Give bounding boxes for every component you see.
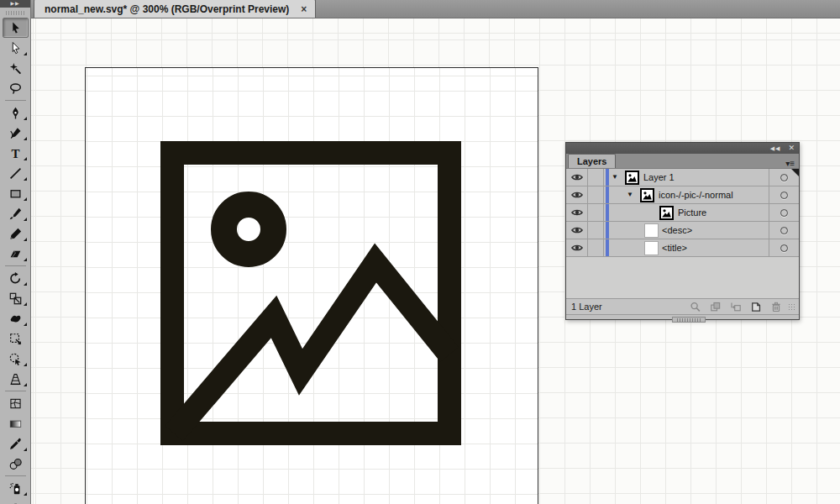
visibility-toggle[interactable] <box>566 169 588 186</box>
lock-cell[interactable] <box>588 239 604 256</box>
flyout-corner-icon <box>24 238 27 241</box>
layer-row-content[interactable]: <title> <box>604 239 769 256</box>
rotate-tool[interactable] <box>0 268 31 288</box>
gradient-tool[interactable] <box>0 413 31 433</box>
pencil-tool[interactable] <box>0 223 31 244</box>
layer-label: <title> <box>662 243 687 253</box>
target-circle-icon[interactable] <box>780 227 788 234</box>
layer-row[interactable]: ▼Layer 1 <box>566 169 799 186</box>
lock-cell[interactable] <box>588 186 604 203</box>
scale-tool[interactable] <box>0 288 31 308</box>
picture-icon-artwork[interactable] <box>160 141 461 445</box>
magic-wand-tool[interactable] <box>0 58 31 78</box>
line-segment-tool[interactable] <box>0 163 31 183</box>
direct-selection-tool[interactable] <box>0 38 31 58</box>
visibility-toggle[interactable] <box>566 239 588 256</box>
rectangle-tool[interactable] <box>0 183 31 203</box>
blend-tool[interactable] <box>0 454 31 474</box>
type-tool[interactable]: T <box>0 143 31 163</box>
visibility-toggle[interactable] <box>566 204 588 221</box>
tab-layers[interactable]: Layers <box>568 154 616 168</box>
tools-panel-header[interactable]: ▶▶ <box>0 0 30 8</box>
lock-cell[interactable] <box>588 204 604 221</box>
locate-object-button[interactable] <box>689 301 701 312</box>
create-new-layer-button[interactable] <box>749 301 762 312</box>
target-cell[interactable] <box>769 204 799 221</box>
layer-row[interactable]: Picture <box>566 204 799 222</box>
layer-row-content[interactable]: Picture <box>604 204 769 221</box>
eye-icon <box>571 226 583 234</box>
perspective-grid-tool[interactable] <box>0 369 31 389</box>
lasso-tool-icon <box>9 82 22 95</box>
layer-row[interactable]: <title> <box>566 239 799 257</box>
collapse-panel-icon[interactable]: ▶▶ <box>10 1 19 6</box>
target-cell[interactable] <box>769 186 799 203</box>
layer-row-content[interactable]: <desc> <box>604 222 769 239</box>
flyout-corner-icon <box>24 137 27 140</box>
selection-bar <box>606 169 609 186</box>
flyout-corner-icon <box>24 258 27 261</box>
document-tab-title: normal_new.svg* @ 300% (RGB/Overprint Pr… <box>45 3 289 15</box>
disclosure-triangle-icon[interactable]: ▼ <box>627 192 637 198</box>
scale-tool-icon <box>9 292 22 305</box>
mesh-tool[interactable] <box>0 393 31 413</box>
shape-builder-tool[interactable] <box>0 349 31 369</box>
eraser-tool[interactable] <box>0 244 31 264</box>
curvature-tool[interactable] <box>0 123 31 143</box>
paintbrush-tool[interactable] <box>0 203 31 223</box>
pen-tool[interactable] <box>0 102 31 123</box>
selection-tool[interactable] <box>3 18 29 38</box>
document-tab[interactable]: normal_new.svg* @ 300% (RGB/Overprint Pr… <box>34 0 316 18</box>
layer-row[interactable]: ▼icon-/-pic-/-normal <box>566 186 799 204</box>
layers-panel: ◀◀ ✕ Layers ▾≡ ▼Layer 1▼icon-/-pic-/-nor… <box>565 142 800 320</box>
blank-swatch <box>645 242 658 255</box>
panel-drag-grip[interactable] <box>672 317 706 323</box>
target-circle-icon[interactable] <box>780 244 788 252</box>
tab-close-icon[interactable]: × <box>301 4 307 14</box>
lasso-tool[interactable] <box>0 78 31 98</box>
target-circle-icon[interactable] <box>780 174 788 181</box>
create-new-sublayer-button[interactable] <box>729 301 742 312</box>
layer-row-content[interactable]: ▼Layer 1 <box>604 169 769 186</box>
selection-bar <box>606 186 609 203</box>
target-cell[interactable] <box>769 222 799 239</box>
selection-bar <box>606 222 609 239</box>
eyedropper-tool[interactable] <box>0 433 31 454</box>
layer-row-content[interactable]: ▼icon-/-pic-/-normal <box>604 186 769 203</box>
tools-panel-grip[interactable] <box>0 8 30 18</box>
column-graph-tool[interactable] <box>0 498 31 504</box>
visibility-toggle[interactable] <box>566 222 588 239</box>
symbol-sprayer-tool[interactable] <box>0 478 31 498</box>
flyout-corner-icon <box>24 363 27 366</box>
curvature-tool-icon <box>9 127 22 139</box>
delete-selection-button[interactable] <box>769 301 782 312</box>
flyout-corner-icon <box>24 177 27 181</box>
target-circle-icon[interactable] <box>780 192 788 199</box>
disclosure-triangle-icon[interactable]: ▼ <box>612 174 622 181</box>
panel-menu-icon[interactable]: ▾≡ <box>785 160 799 168</box>
panel-close-icon[interactable]: ✕ <box>788 144 795 152</box>
visibility-toggle[interactable] <box>566 186 588 203</box>
lock-cell[interactable] <box>588 222 604 239</box>
width-tool[interactable] <box>0 308 31 328</box>
eraser-tool-icon <box>9 248 22 260</box>
collapse-to-icons-icon[interactable]: ◀◀ <box>770 145 781 151</box>
target-cell[interactable] <box>769 239 799 256</box>
flyout-corner-icon <box>24 323 27 326</box>
layers-empty-area[interactable] <box>566 257 799 298</box>
panel-resize-grip-icon[interactable] <box>788 303 795 311</box>
layers-panel-titlebar[interactable]: ◀◀ ✕ <box>566 143 799 154</box>
flyout-corner-icon <box>24 282 27 286</box>
direct-selection-tool-icon <box>9 42 22 55</box>
free-transform-tool[interactable] <box>0 328 31 349</box>
target-circle-icon[interactable] <box>780 209 788 217</box>
layer-label: icon-/-pic-/-normal <box>659 190 733 200</box>
toolbar-divider <box>5 265 26 266</box>
flyout-corner-icon <box>24 218 27 221</box>
width-tool-icon <box>9 312 22 325</box>
layer-row[interactable]: <desc> <box>566 222 799 239</box>
make-clipping-mask-button[interactable] <box>709 301 722 312</box>
eye-icon <box>571 173 583 181</box>
pen-tool-icon <box>9 107 22 119</box>
lock-cell[interactable] <box>588 169 604 186</box>
